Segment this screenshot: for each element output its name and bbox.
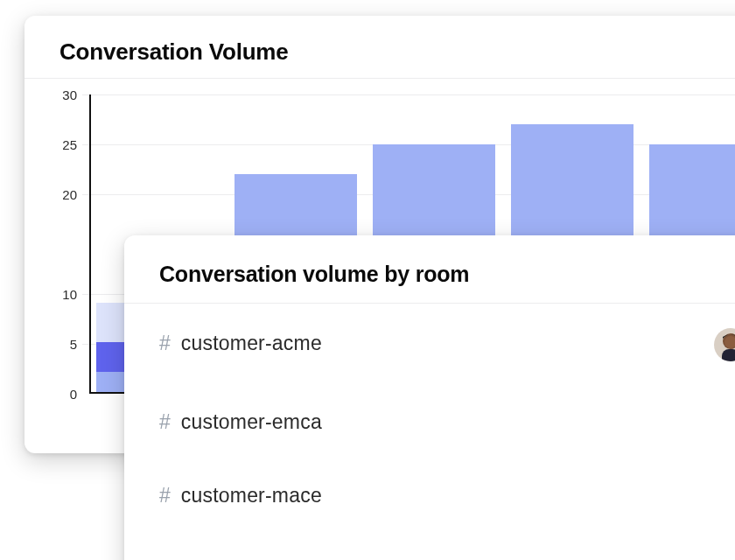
avatar-group — [712, 326, 735, 360]
divider — [24, 78, 735, 79]
room-row[interactable]: #customer-acme — [159, 304, 735, 382]
hash-icon: # — [159, 484, 171, 508]
y-tick-label: 5 — [70, 337, 77, 352]
y-tick-label: 10 — [62, 287, 77, 302]
avatar — [712, 326, 735, 360]
room-name: customer-emca — [181, 410, 322, 434]
y-tick-label: 30 — [62, 88, 77, 102]
volume-by-room-card: Conversation volume by room #customer-ac… — [124, 235, 735, 560]
y-tick-label: 0 — [70, 387, 77, 402]
hash-icon: # — [159, 410, 171, 434]
room-row[interactable]: #customer-emca — [159, 382, 735, 461]
rooms-card-title: Conversation volume by room — [159, 262, 735, 287]
y-tick-label: 25 — [62, 137, 77, 152]
volume-card-title: Conversation Volume — [60, 38, 735, 66]
room-name: customer-mace — [181, 484, 322, 508]
hash-icon: # — [159, 332, 171, 355]
room-name: customer-acme — [181, 332, 322, 355]
room-row[interactable]: #customer-mace — [159, 461, 735, 530]
y-tick-label: 20 — [62, 187, 77, 202]
